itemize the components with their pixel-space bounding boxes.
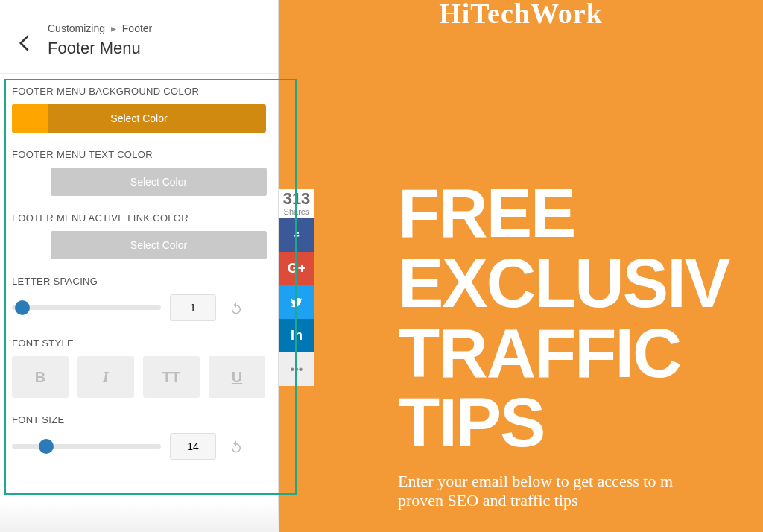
sidebar-header: Customizing ▸ Footer Footer Menu — [0, 0, 278, 74]
headline-line-3: TRAFFIC — [398, 319, 763, 389]
back-button[interactable] — [9, 28, 39, 58]
italic-button[interactable]: I — [77, 356, 134, 398]
hero-subtext: Enter your email below to get access to … — [398, 472, 763, 510]
text-color-button-text: Select Color — [130, 176, 187, 188]
bg-color-label: FOOTER MENU BACKGROUND COLOR — [12, 86, 266, 97]
bg-color-group: FOOTER MENU BACKGROUND COLOR Select Colo… — [12, 86, 266, 133]
active-link-color-label: FOOTER MENU ACTIVE LINK COLOR — [12, 212, 266, 224]
underline-glyph: U — [232, 369, 242, 386]
bg-color-select-button[interactable]: Select Color — [12, 104, 266, 133]
hero-headline: FREE EXCLUSIV TRAFFIC TIPS — [398, 179, 763, 458]
more-icon: ••• — [291, 363, 303, 376]
letter-spacing-slider[interactable] — [12, 305, 161, 310]
font-size-group: FONT SIZE — [12, 414, 266, 460]
active-link-color-select-button[interactable]: Select Color — [51, 231, 267, 259]
text-color-label: FOOTER MENU TEXT COLOR — [12, 149, 266, 160]
share-count: 313 — [279, 189, 314, 207]
font-size-slider[interactable] — [12, 444, 161, 449]
font-size-thumb[interactable] — [39, 439, 54, 454]
undo-icon — [229, 301, 243, 314]
subtext-line-2: proven SEO and traffic tips — [398, 491, 578, 510]
breadcrumb-separator: ▸ — [111, 22, 116, 34]
linkedin-icon: in — [291, 328, 303, 343]
chevron-left-icon — [19, 35, 29, 51]
header-text: Customizing ▸ Footer Footer Menu — [48, 22, 269, 58]
font-size-row — [12, 433, 266, 460]
twitter-share[interactable] — [279, 285, 314, 319]
headline-line-2: EXCLUSIV — [398, 249, 763, 319]
font-style-label: FONT STYLE — [12, 338, 266, 349]
letter-spacing-label: LETTER SPACING — [12, 276, 266, 287]
letter-spacing-thumb[interactable] — [15, 300, 30, 315]
preview-pane: HiTechWork FREE EXCLUSIV TRAFFIC TIPS En… — [279, 0, 763, 532]
googleplus-share[interactable]: G+ — [279, 252, 314, 285]
letter-spacing-row — [12, 294, 266, 321]
share-label: Shares — [279, 207, 314, 218]
italic-glyph: I — [103, 369, 109, 386]
letter-spacing-input[interactable] — [170, 294, 216, 321]
font-style-group: FONT STYLE B I TT U — [12, 338, 266, 398]
font-size-input[interactable] — [170, 433, 216, 460]
active-link-color-group: FOOTER MENU ACTIVE LINK COLOR Select Col… — [12, 212, 266, 259]
transform-glyph: TT — [162, 369, 180, 386]
more-share[interactable]: ••• — [279, 352, 314, 386]
text-transform-button[interactable]: TT — [143, 356, 200, 398]
breadcrumb: Customizing ▸ Footer — [48, 22, 269, 34]
font-style-row: B I TT U — [12, 356, 266, 398]
facebook-icon — [290, 229, 303, 242]
undo-icon — [229, 440, 243, 453]
bg-color-button-text: Select Color — [110, 113, 167, 124]
share-bar: 313 Shares G+ in ••• — [279, 189, 314, 386]
twitter-icon — [290, 296, 303, 309]
facebook-share[interactable] — [279, 218, 314, 252]
breadcrumb-leaf: Footer — [122, 22, 152, 34]
font-size-label: FONT SIZE — [12, 414, 266, 425]
letter-spacing-group: LETTER SPACING — [12, 276, 266, 321]
site-logo: HiTechWork — [279, 0, 763, 30]
headline-line-1: FREE — [398, 179, 763, 249]
active-link-button-text: Select Color — [130, 239, 187, 251]
subtext-line-1: Enter your email below to get access to … — [398, 472, 673, 490]
googleplus-icon: G+ — [288, 261, 306, 276]
bold-button[interactable]: B — [12, 356, 69, 398]
breadcrumb-root: Customizing — [48, 22, 105, 34]
linkedin-share[interactable]: in — [279, 319, 314, 352]
letter-spacing-reset[interactable] — [225, 297, 247, 319]
customizer-sidebar: Customizing ▸ Footer Footer Menu FOOTER … — [0, 0, 279, 532]
headline-line-4: TIPS — [398, 388, 763, 458]
controls-panel: FOOTER MENU BACKGROUND COLOR Select Colo… — [0, 74, 278, 488]
underline-button[interactable]: U — [209, 356, 265, 398]
font-size-reset[interactable] — [225, 435, 247, 457]
panel-title: Footer Menu — [48, 39, 269, 58]
text-color-select-button[interactable]: Select Color — [51, 168, 267, 196]
text-color-group: FOOTER MENU TEXT COLOR Select Color — [12, 149, 266, 196]
bold-glyph: B — [35, 369, 45, 386]
